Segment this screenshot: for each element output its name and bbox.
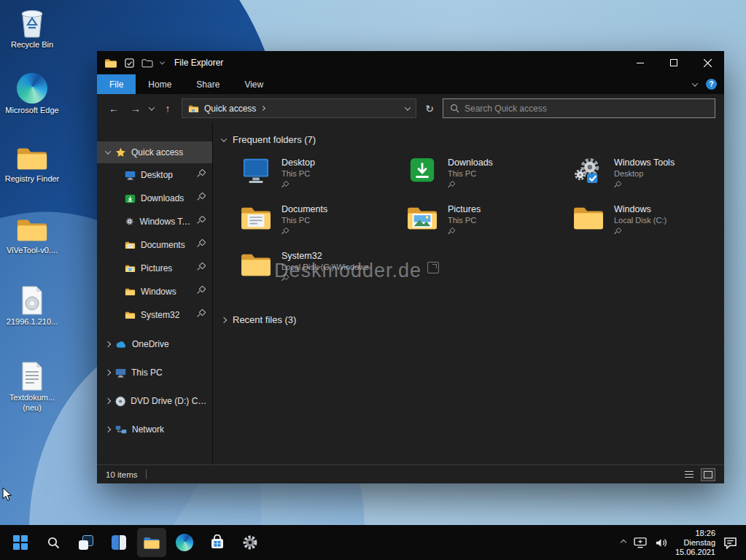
sidebar-item-pictures[interactable]: Pictures	[97, 257, 212, 280]
sidebar-item-documents[interactable]: Documents	[97, 233, 212, 257]
breadcrumb-separator-icon[interactable]	[260, 106, 265, 111]
desktop-icon-label: 21996.1.210...	[7, 317, 58, 327]
folder-tile-documents[interactable]: Documents This PC	[239, 203, 405, 250]
desktop-icon-label: Registry Finder	[5, 174, 60, 184]
expand-icon[interactable]	[105, 427, 111, 432]
folder-tile-system32[interactable]: System32 Local Disk (C:)\Windows	[239, 250, 405, 297]
back-button[interactable]: ←	[106, 103, 122, 114]
recent-locations-icon[interactable]	[149, 104, 155, 110]
folder-tile-windows-tools[interactable]: Windows Tools Desktop	[572, 157, 724, 203]
sidebar-item-network[interactable]: Network	[97, 419, 212, 440]
sidebar-item-label: Pictures	[141, 263, 172, 273]
title-bar[interactable]: File Explorer	[97, 51, 724, 74]
taskbar-settings-button[interactable]	[236, 528, 265, 557]
expand-section-icon[interactable]	[221, 316, 227, 322]
tab-file[interactable]: File	[97, 74, 136, 94]
sidebar-item-dvd-drive[interactable]: DVD Drive (D:) CCSA	[97, 390, 212, 412]
desktop-icon-label: Textdokum... (neu)	[4, 393, 60, 413]
quick-access-toolbar-dropdown-icon[interactable]	[160, 59, 165, 64]
tab-share[interactable]: Share	[184, 74, 232, 94]
breadcrumb[interactable]: Quick access	[204, 104, 256, 114]
sidebar-item-quick-access[interactable]: Quick access	[97, 141, 212, 163]
folder-tile-pictures[interactable]: Pictures This PC	[405, 203, 572, 250]
tile-location: This PC	[281, 216, 327, 225]
sidebar-item-downloads[interactable]: Downloads	[97, 187, 212, 210]
folder-tile-icon	[239, 250, 273, 278]
file-explorer-icon	[143, 535, 160, 550]
navigation-bar: ← → ↑ Quick access ↻	[97, 94, 724, 122]
desktop-icon-text-document[interactable]: Textdokum... (neu)	[4, 362, 61, 413]
taskbar-edge-button[interactable]	[170, 528, 199, 557]
tile-name: Downloads	[448, 158, 493, 168]
status-divider	[146, 470, 147, 479]
tile-location: Desktop	[614, 169, 675, 178]
tab-home[interactable]: Home	[136, 74, 184, 94]
tab-view[interactable]: View	[232, 74, 276, 94]
folder-tile-desktop[interactable]: Desktop This PC	[239, 157, 405, 203]
recent-files-header[interactable]: Recent files (3)	[213, 297, 724, 325]
taskbar-clock[interactable]: 18:26 Dienstag 15.06.2021	[675, 529, 715, 557]
navigation-pane: Quick access Desktop Downloads	[97, 122, 213, 464]
ribbon-tab-row: File Home Share View ?	[97, 74, 724, 94]
start-button[interactable]	[6, 528, 35, 557]
pin-icon	[197, 287, 205, 295]
close-button[interactable]	[691, 51, 724, 74]
taskbar-file-explorer-button[interactable]	[137, 528, 166, 557]
properties-icon[interactable]	[125, 58, 134, 68]
task-view-button[interactable]	[71, 528, 101, 557]
widgets-button[interactable]	[104, 528, 133, 557]
edge-icon	[17, 73, 47, 104]
address-dropdown-icon[interactable]	[405, 104, 411, 110]
recycle-bin-icon	[18, 7, 46, 38]
desktop-icon-edge[interactable]: Microsoft Edge	[4, 73, 61, 116]
folder-tile-downloads[interactable]: Downloads This PC	[405, 157, 572, 203]
tile-location: This PC	[448, 169, 493, 178]
maximize-icon	[670, 59, 677, 66]
maximize-button[interactable]	[657, 51, 691, 74]
collapse-section-icon[interactable]	[221, 136, 227, 141]
desktop-icon-vivetool[interactable]: ViVeTool-v0....	[4, 216, 61, 256]
details-view-button[interactable]	[682, 468, 696, 481]
address-bar[interactable]: Quick access	[182, 98, 416, 118]
large-icons-view-button[interactable]	[701, 468, 715, 481]
minimize-button[interactable]	[623, 51, 657, 74]
expand-ribbon-icon[interactable]	[692, 80, 698, 86]
collapse-icon[interactable]	[105, 148, 111, 154]
desktop-icon-recycle-bin[interactable]: Recycle Bin	[4, 7, 61, 50]
help-icon[interactable]: ?	[706, 79, 717, 90]
up-button[interactable]: ↑	[160, 103, 176, 114]
refresh-button[interactable]: ↻	[422, 103, 437, 114]
tile-location: Local Disk (C:)	[614, 216, 667, 225]
sidebar-item-windows[interactable]: Windows	[97, 280, 212, 303]
frequent-folders-grid: Desktop This PC Downloads	[239, 157, 724, 297]
sidebar-item-label: Quick access	[131, 147, 183, 158]
large-icons-view-icon	[704, 471, 712, 478]
sidebar-item-this-pc[interactable]: This PC	[97, 362, 212, 384]
desktop-icon-registry-finder[interactable]: Registry Finder	[4, 144, 61, 184]
taskbar-store-button[interactable]	[203, 528, 232, 557]
volume-icon[interactable]	[655, 537, 667, 548]
forward-button[interactable]: →	[128, 103, 144, 114]
frequent-folders-header[interactable]: Frequent folders (7)	[213, 122, 724, 145]
tile-location: Local Disk (C:)\Windows	[281, 262, 369, 271]
folder-tile-windows[interactable]: Windows Local Disk (C:)	[572, 203, 724, 250]
sidebar-item-desktop[interactable]: Desktop	[97, 163, 212, 187]
desktop-icon-iso-file[interactable]: 21996.1.210...	[4, 286, 61, 327]
sidebar-item-windows-tools[interactable]: Windows Tools	[97, 210, 212, 233]
tray-expand-icon[interactable]	[621, 540, 626, 545]
new-folder-icon[interactable]	[141, 58, 153, 68]
sidebar-item-onedrive[interactable]: OneDrive	[97, 333, 212, 355]
pin-icon	[197, 240, 205, 248]
network-tray-icon[interactable]	[634, 537, 647, 548]
taskbar-search-button[interactable]	[39, 528, 68, 557]
sidebar-item-label: Documents	[141, 240, 185, 250]
notification-center-icon[interactable]	[723, 537, 737, 549]
expand-icon[interactable]	[105, 341, 111, 347]
settings-gear-icon	[242, 534, 258, 551]
expand-icon[interactable]	[105, 370, 111, 376]
search-input[interactable]	[465, 104, 708, 114]
search-box[interactable]	[443, 98, 715, 118]
expand-icon[interactable]	[105, 398, 111, 404]
tile-name: System32	[281, 251, 369, 261]
sidebar-item-system32[interactable]: System32	[97, 303, 212, 327]
